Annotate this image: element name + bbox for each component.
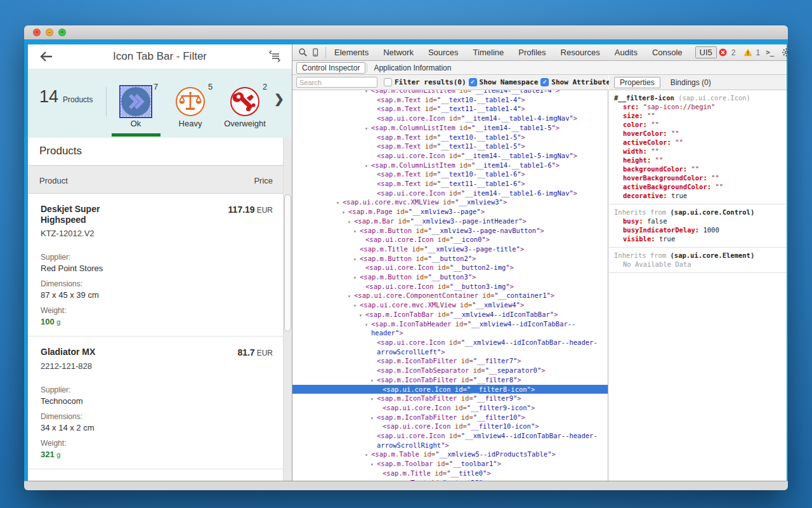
devtools-pane: ElementsNetworkSourcesTimelineProfilesRe… [292,44,787,481]
tree-row[interactable]: <sap.ui.core.Icon id="__filter9-icon"> [292,403,608,413]
devtools-tab-timeline[interactable]: Timeline [471,46,506,58]
tree-row[interactable]: <sap.m.Title id="__title0"> [292,469,608,478]
search-input[interactable] [296,77,377,88]
tree-row[interactable]: <sap.m.Text id="__text10-__table1-6"> [292,170,608,179]
tree-row[interactable]: <sap.ui.core.Icon id="__item14-__table1-… [292,151,608,161]
expand-arrow-icon[interactable]: ▾ [365,321,368,330]
warning-count[interactable]: 1 [756,48,761,57]
devtools-tab-network[interactable]: Network [381,46,416,58]
tree-row[interactable]: ▾<sap.m.Table id="__xmlview5--idProducts… [292,450,608,459]
tree-row[interactable]: <sap.m.Text id="__text11-__table1-4"> [292,104,608,114]
checkbox-label: Show Namespace [480,78,539,86]
unchecked-checkbox-icon[interactable] [384,78,392,86]
tree-row[interactable]: <sap.ui.core.Icon id="__filter8-icon"> [292,385,608,394]
checked-checkbox-icon[interactable]: ✓ [469,78,477,86]
tab-heavy-label[interactable]: Heavy [160,119,221,128]
properties-pane: PropertiesBindings (0) #__filter8-icon (… [609,75,787,481]
tree-row[interactable]: ▾<sap.ui.core.mvc.XMLView id="__xmlview4… [292,300,608,310]
scrollbar-thumb[interactable] [284,194,291,331]
tab-overweight[interactable] [230,87,259,116]
device-mode-button[interactable] [309,46,322,59]
dimensions-value: 87 x 45 x 39 cm [41,290,273,300]
tree-row[interactable]: <sap.ui.core.Icon id="__icon0"> [292,235,608,244]
tree-row[interactable]: <sap.m.Text id="__text11-__table1-6"> [292,179,608,189]
tree-row[interactable]: ▾<sap.m.Bar id="__xmlview3--page-intHead… [292,217,608,226]
error-count[interactable]: 2 [731,48,736,57]
property-name: busy [623,217,639,225]
selected-element-class: (sap.ui.core.Icon) [674,94,750,102]
checkbox-show-attributes[interactable]: ✓Show Attributes [540,78,614,86]
devtools-tab-audits[interactable]: Audits [613,46,639,58]
tree-row[interactable]: ▾<sap.m.Page id="__xmlview3--page"> [292,207,608,217]
warning-icon[interactable] [742,46,754,59]
traffic-light-zoom-button[interactable]: + [58,29,66,36]
tab-ok-label[interactable]: Ok [105,119,166,128]
nav-list-button[interactable] [266,49,283,64]
tree-row[interactable]: <sap.ui.core.Icon id="__item14-__table1-… [292,114,608,123]
tree-row[interactable]: ▾<sap.m.IconTabHeader id="__xmlview4--id… [292,319,608,338]
tab-bindings-0-[interactable]: Bindings (0) [665,77,716,88]
gear-icon[interactable] [780,46,788,59]
console-drawer-icon[interactable]: >_ [766,48,774,57]
property-row: src: "sap-icon://begin" [614,102,784,111]
tab-overweight-label[interactable]: Overweight [214,119,275,128]
property-name: color [623,121,643,128]
tree-row[interactable]: <sap.ui.core.Icon id="__item14-__table1-… [292,189,608,198]
tree-row[interactable]: <sap.ui.core.Icon id="__filter10-icon"> [292,422,608,431]
tree-row[interactable]: ▾<sap.m.ColumnListItem id="__item14-__ta… [292,123,608,133]
section-header: Inherits from (sap.ui.core.Element) [614,251,784,260]
tree-row[interactable]: <sap.ui.core.Icon id="__button2-img"> [292,263,608,272]
checked-checkbox-icon[interactable]: ✓ [540,78,549,86]
tree-row[interactable]: <sap.m.Text id="__text10-__table1-5"> [292,133,608,142]
tree-row[interactable]: ▾<sap.m.ColumnListItem id="__item14-__ta… [292,90,608,95]
tree-row[interactable]: <sap.ui.core.Icon id="__button3-img"> [292,282,608,291]
icon-tab-bar: 14Products 7 Ok [28,69,292,138]
tree-row[interactable]: <sap.m.IconTabFilter id="__filter7"> [292,356,608,366]
checkbox-label: Filter results(0) [395,78,466,86]
window-titlebar[interactable]: × – + [24,25,788,40]
scrollbar-track[interactable] [283,138,292,481]
tree-row[interactable]: ▾<sap.m.Button id="__button3"> [292,272,608,282]
devtools-tab-console[interactable]: Console [650,46,684,58]
tab-control-inspector[interactable]: Control Inspector [296,62,365,74]
tab-scroll-right-icon[interactable]: ❯ [274,91,284,106]
checkbox-filter-results-0-[interactable]: Filter results(0) [384,78,466,86]
tab-application-information[interactable]: Application Information [369,63,456,73]
tree-row[interactable]: <sap.m.Text id="__text10-__table1-4"> [292,95,608,105]
devtools-tab-sources[interactable]: Sources [426,46,461,58]
tree-row[interactable]: ▾<sap.ui.core.mvc.XMLView id="__xmlview3… [292,197,608,207]
traffic-light-close-button[interactable]: × [33,29,41,36]
weight-label: Weight: [41,439,273,448]
section-header: #__filter8-icon (sap.ui.core.Icon) [614,93,784,102]
tab-heavy[interactable] [176,87,205,116]
tab-properties[interactable]: Properties [614,77,660,88]
tree-row[interactable]: ▾<sap.m.Button id="__xmlview3--page-navB… [292,226,608,236]
list-item[interactable]: Deskjet Super Highspeed 117.19EUR KTZ-12… [28,194,283,337]
tree-row[interactable]: ▾<sap.m.ColumnListItem id="__item14-__ta… [292,161,608,170]
devtools-tab-resources[interactable]: Resources [559,46,602,58]
tree-row[interactable]: <sap.m.IconTabSeparator id="__separator0… [292,366,608,375]
tree-row[interactable]: <sap.ui.core.Icon id="__xmlview4--idIcon… [292,431,608,450]
tree-row[interactable]: <sap.ui.core.Icon id="__xmlview4--idIcon… [292,338,608,356]
checkbox-show-namespace[interactable]: ✓Show Namespace [469,78,539,86]
inherits-label: Inherits from [614,208,671,216]
list-item[interactable]: Gladiator MX 81.7EUR 2212-121-828 Suppli… [28,337,283,469]
tree-row[interactable]: <sap.m.Text id="__text11-__table1-5"> [292,142,608,151]
tree-row[interactable]: ▾<sap.m.IconTabFilter id="__filter8"> [292,375,608,385]
tree-row[interactable]: ▾<sap.m.IconTabFilter id="__filter10"> [292,413,608,422]
tree-row[interactable]: ▾<sap.m.Toolbar id="__toolbar1"> [292,459,608,469]
tree-row[interactable]: <sap.m.Title id="__xmlview3--page-title"… [292,244,608,254]
product-list: Deskjet Super Highspeed 117.19EUR KTZ-12… [28,194,283,481]
tree-row[interactable]: ▾<sap.m.Button id="__button2"> [292,254,608,264]
devtools-tab-elements[interactable]: Elements [332,46,370,58]
inspect-button[interactable] [296,46,309,59]
weight-value: 321 g [41,450,273,460]
devtools-tab-ui5[interactable]: UI5 [695,46,717,58]
tree-row[interactable]: ▾<sap.ui.core.ComponentContainer id="__c… [292,291,608,300]
tree-row[interactable]: ▾<sap.m.IconTabFilter id="__filter9"> [292,394,608,403]
error-icon[interactable] [717,46,730,59]
tree-row[interactable]: ▾<sap.m.IconTabBar id="__xmlview4--idIco… [292,310,608,319]
product-price: 117.19EUR [228,204,273,215]
devtools-tab-profiles[interactable]: Profiles [516,46,547,58]
traffic-light-minimize-button[interactable]: – [46,29,53,36]
